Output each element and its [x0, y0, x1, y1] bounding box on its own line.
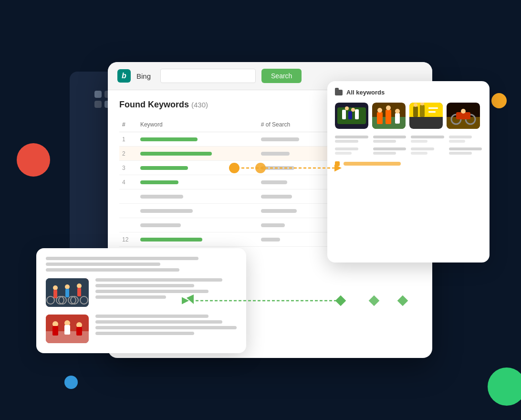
search-button[interactable]: Search	[261, 69, 302, 83]
found-keywords-count: (430)	[191, 101, 208, 109]
svg-point-14	[395, 109, 400, 114]
main-wrapper: b Bing Search Found Keywords (430) # Key…	[46, 43, 475, 377]
svg-point-34	[65, 284, 70, 289]
left-card-text-rows	[46, 257, 237, 272]
svg-rect-4	[355, 109, 359, 119]
svg-rect-3	[348, 111, 352, 119]
svg-rect-18	[420, 105, 425, 117]
svg-point-6	[351, 108, 355, 112]
thumbnail-cycling	[46, 278, 89, 307]
sport-image-yellow	[409, 103, 443, 129]
svg-point-28	[461, 109, 466, 114]
col-header-num: #	[119, 117, 137, 132]
svg-rect-49	[76, 327, 82, 336]
sport-image-motocross	[447, 103, 480, 129]
svg-point-19	[414, 103, 417, 107]
folder-icon	[335, 90, 343, 95]
bing-name: Bing	[136, 72, 151, 80]
decoration-green-circle	[488, 368, 521, 406]
sport-image-soccer	[335, 103, 368, 129]
orange-indicator	[335, 161, 482, 166]
rp-row	[335, 136, 482, 143]
svg-rect-21	[428, 107, 438, 109]
svg-rect-22	[428, 111, 436, 113]
left-card	[36, 248, 246, 353]
col-header-keyword: Keyword	[137, 117, 258, 132]
left-card-items	[46, 278, 237, 343]
decoration-red-circle	[17, 143, 50, 177]
svg-point-30	[53, 285, 58, 290]
right-panel-header: All keywords	[335, 89, 482, 96]
sport-image-football	[372, 103, 406, 129]
decoration-blue-circle	[64, 376, 78, 389]
svg-point-5	[345, 106, 349, 110]
svg-rect-35	[65, 289, 69, 297]
orange-dot	[335, 161, 340, 166]
sports-images-row	[335, 103, 482, 129]
svg-rect-45	[52, 326, 58, 336]
svg-rect-2	[342, 110, 346, 119]
thumbnail-football	[46, 315, 89, 343]
orange-progress-bar	[344, 162, 401, 166]
svg-rect-13	[395, 113, 400, 124]
svg-point-11	[377, 108, 382, 113]
right-panel-data-rows	[335, 136, 482, 155]
svg-rect-10	[386, 110, 391, 124]
right-panel: All keywords	[327, 81, 490, 262]
bing-logo: b	[117, 69, 131, 83]
left-card-item-football	[46, 315, 237, 343]
rp-row	[335, 147, 482, 155]
search-input[interactable]	[160, 69, 256, 83]
left-card-item-cycling	[46, 278, 237, 307]
svg-point-38	[77, 284, 82, 288]
svg-point-12	[386, 105, 391, 110]
logo-cell-3	[94, 101, 102, 108]
svg-rect-9	[377, 112, 383, 124]
svg-rect-17	[413, 106, 418, 117]
decoration-orange-circle	[491, 93, 507, 108]
svg-rect-31	[53, 290, 57, 298]
svg-rect-47	[64, 325, 70, 335]
logo-cell-1	[94, 91, 102, 98]
svg-rect-39	[77, 288, 81, 296]
